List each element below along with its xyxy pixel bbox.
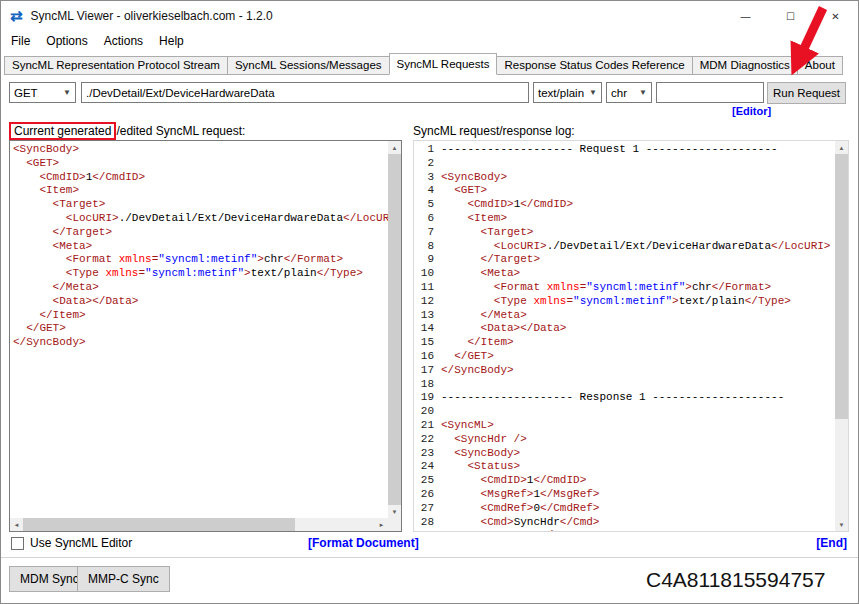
tabstrip: SyncML Representation Protocol Stream Sy… — [4, 53, 858, 75]
format-dropdown[interactable]: chr ▼ — [606, 82, 652, 103]
mmpc-sync-button[interactable]: MMP-C Sync — [77, 566, 170, 592]
tab-syncml-requests[interactable]: SyncML Requests — [389, 53, 498, 75]
scroll-down-icon[interactable]: ▼ — [388, 505, 401, 518]
menu-help[interactable]: Help — [151, 31, 192, 51]
scroll-up-icon[interactable]: ▲ — [835, 141, 848, 154]
log-vscrollbar[interactable]: ▲ ▼ — [835, 141, 848, 531]
scrollbar-corner — [388, 518, 401, 531]
scrollbar-thumb[interactable] — [835, 154, 848, 419]
menu-file[interactable]: File — [3, 31, 38, 51]
chevron-down-icon: ▼ — [639, 88, 647, 97]
run-request-button[interactable]: Run Request — [767, 82, 846, 104]
log-panel-content[interactable]: 1-------------------- Request 1 --------… — [414, 141, 835, 531]
end-link[interactable]: [End] — [816, 536, 847, 550]
scrollbar-thumb[interactable] — [23, 518, 295, 531]
format-dropdown-value: chr — [611, 87, 627, 99]
window-title: SyncML Viewer - oliverkieselbach.com - 1… — [31, 9, 273, 23]
bottom-divider — [1, 557, 858, 558]
request-panel-label-rest: /edited SyncML request: — [116, 124, 245, 138]
extra-value-input[interactable] — [656, 82, 764, 103]
chevron-down-icon: ▼ — [589, 88, 597, 97]
request-editor-code[interactable]: <SyncBody> <GET> <CmdID>1</CmdID> <Item>… — [10, 141, 388, 518]
device-id: C4A811815594757 — [646, 568, 825, 592]
scrollbar-thumb[interactable] — [388, 154, 401, 505]
use-syncml-editor-checkbox[interactable] — [11, 537, 24, 550]
tab-response-status-codes-reference[interactable]: Response Status Codes Reference — [496, 56, 692, 75]
app-icon: ⇄ — [10, 7, 23, 25]
format-document-link[interactable]: [Format Document] — [308, 536, 419, 550]
log-panel-label: SyncML request/response log: — [413, 124, 575, 138]
menubar: File Options Actions Help — [1, 31, 858, 51]
use-syncml-editor-row: Use SyncML Editor — [11, 536, 132, 550]
app-window: { "window": { "title": "SyncML Viewer - … — [0, 0, 859, 604]
minimize-button[interactable]: — — [723, 1, 768, 31]
scroll-right-icon[interactable]: ► — [375, 518, 388, 531]
tab-syncml-representation-protocol-stream[interactable]: SyncML Representation Protocol Stream — [4, 56, 228, 75]
titlebar: ⇄ SyncML Viewer - oliverkieselbach.com -… — [1, 1, 858, 31]
scroll-down-icon[interactable]: ▼ — [835, 518, 848, 531]
maximize-button[interactable]: ☐ — [768, 1, 813, 31]
editor-link[interactable]: [Editor] — [732, 105, 771, 117]
log-panel[interactable]: 1-------------------- Request 1 --------… — [413, 140, 849, 532]
request-panel-label: Current generated/edited SyncML request: — [9, 122, 245, 140]
method-dropdown-value: GET — [14, 87, 38, 99]
content-type-dropdown[interactable]: text/plain ▼ — [533, 82, 602, 103]
use-syncml-editor-label: Use SyncML Editor — [30, 536, 132, 550]
request-editor-vscrollbar[interactable]: ▲ ▼ — [388, 141, 401, 518]
menu-options[interactable]: Options — [38, 31, 95, 51]
annotation-red-box: Current generated — [9, 122, 116, 140]
tab-mdm-diagnostics[interactable]: MDM Diagnostics — [692, 56, 798, 75]
tab-about[interactable]: About — [797, 56, 843, 75]
content-type-dropdown-value: text/plain — [538, 87, 584, 99]
chevron-down-icon: ▼ — [63, 88, 71, 97]
request-editor-hscrollbar[interactable]: ◄ ► — [10, 518, 388, 531]
window-controls: — ☐ ✕ — [723, 1, 858, 31]
uri-input[interactable] — [81, 82, 529, 103]
close-button[interactable]: ✕ — [813, 1, 858, 31]
menu-actions[interactable]: Actions — [96, 31, 151, 51]
request-editor-panel[interactable]: <SyncBody> <GET> <CmdID>1</CmdID> <Item>… — [9, 140, 402, 532]
scroll-left-icon[interactable]: ◄ — [10, 518, 23, 531]
method-dropdown[interactable]: GET ▼ — [9, 82, 76, 103]
scroll-up-icon[interactable]: ▲ — [388, 141, 401, 154]
tab-syncml-sessions-messages[interactable]: SyncML Sessions/Messages — [227, 56, 390, 75]
